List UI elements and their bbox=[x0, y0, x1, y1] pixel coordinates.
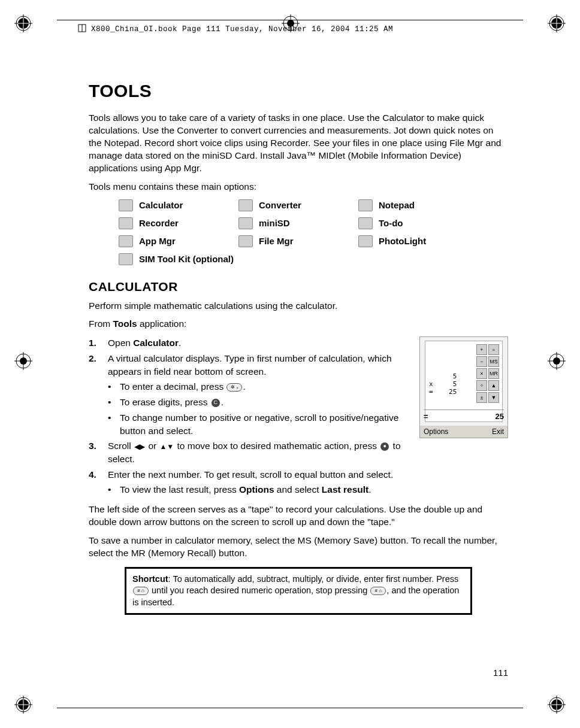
calculator-icon bbox=[119, 199, 133, 211]
from-line: From Tools application: bbox=[89, 318, 508, 330]
page-title: TOOLS bbox=[89, 81, 508, 101]
appmgr-icon bbox=[119, 235, 133, 247]
calc-intro: Perform simple mathematic calculations u… bbox=[89, 300, 508, 313]
notepad-icon bbox=[358, 199, 373, 211]
crop-mark-icon bbox=[548, 352, 566, 370]
bullet-lastresult: To view the last result, press Options a… bbox=[120, 483, 371, 496]
left-right-arrows-icon: ◀▶ bbox=[134, 442, 145, 452]
filemgr-icon bbox=[238, 235, 253, 247]
calculator-screenshot: + = − MS × MR ÷ ▲ ± ▼ 5 x 5 = 25 bbox=[419, 336, 508, 438]
todo-icon bbox=[358, 217, 373, 229]
intro-paragraph: Tools allows you to take care of a varie… bbox=[89, 112, 508, 175]
tool-label: Converter bbox=[259, 200, 301, 210]
menu-intro: Tools menu contains these main options: bbox=[89, 181, 508, 193]
tool-label: To-do bbox=[379, 218, 403, 228]
section-title: CALCULATOR bbox=[89, 280, 508, 294]
step-1: Open Calculator. bbox=[108, 336, 181, 350]
crop-mark-icon bbox=[14, 14, 32, 32]
header-filename: X800_China_OI.book Page 111 Tuesday, Nov… bbox=[78, 24, 393, 34]
calc-key: ▲ bbox=[488, 380, 499, 391]
calc-keypad: + = − MS × MR ÷ ▲ ± ▼ bbox=[476, 344, 499, 403]
step-3: Scroll ◀▶ or ▲▼ to move box to desired m… bbox=[108, 439, 412, 465]
hash-key-icon: # ⌂ bbox=[133, 587, 149, 595]
page-number: 111 bbox=[493, 668, 508, 678]
memory-paragraph: To save a number in calculator memory, s… bbox=[89, 535, 508, 560]
bullet-erase: To erase digits, press C. bbox=[120, 396, 223, 409]
svg-point-27 bbox=[20, 357, 27, 365]
hash-key-icon: # ⌂ bbox=[370, 587, 386, 595]
tool-label: Calculator bbox=[139, 200, 183, 210]
tape-paragraph: The left side of the screen serves as a … bbox=[89, 503, 508, 529]
tool-label: SIM Tool Kit (optional) bbox=[139, 254, 234, 264]
bullet-posneg: To change number to positive or negative… bbox=[120, 411, 412, 437]
tool-label: File Mgr bbox=[259, 236, 294, 246]
bullet-decimal: To enter a decimal, press ✲ ₊. bbox=[120, 380, 246, 393]
tool-label: miniSD bbox=[259, 218, 290, 228]
simtoolkit-icon bbox=[119, 253, 133, 265]
footer-rule bbox=[57, 708, 523, 708]
calc-key: = bbox=[488, 344, 499, 355]
crop-mark-icon bbox=[14, 696, 32, 714]
step-2: A virtual calculator displays. Type in f… bbox=[108, 352, 412, 378]
center-key-icon: ● bbox=[380, 442, 389, 451]
calc-key: + bbox=[476, 344, 487, 355]
calc-key: − bbox=[476, 356, 487, 367]
tools-grid: Calculator Converter Notepad Recorder mi… bbox=[119, 199, 508, 265]
photolight-icon bbox=[358, 235, 373, 247]
tool-label: PhotoLight bbox=[379, 236, 426, 246]
tool-label: Notepad bbox=[379, 200, 415, 210]
star-key-icon: ✲ ₊ bbox=[226, 383, 242, 392]
book-icon bbox=[78, 24, 86, 32]
tool-label: App Mgr bbox=[139, 236, 176, 246]
calc-key: ▼ bbox=[488, 392, 499, 403]
crop-mark-icon bbox=[14, 352, 32, 370]
minisd-icon bbox=[238, 217, 253, 229]
calc-key: ÷ bbox=[476, 380, 487, 391]
recorder-icon bbox=[119, 217, 133, 229]
shortcut-box: Shortcut: To automatically add, subtract… bbox=[125, 567, 472, 615]
calc-tape: 5 x 5 = 25 bbox=[429, 372, 457, 396]
calc-key: MR bbox=[488, 368, 499, 379]
converter-icon bbox=[238, 199, 253, 211]
header-rule bbox=[57, 20, 523, 20]
softkey-exit: Exit bbox=[492, 427, 504, 436]
c-key-icon: C bbox=[212, 399, 220, 407]
calc-key: MS bbox=[488, 356, 499, 367]
tool-label: Recorder bbox=[139, 218, 179, 228]
calc-result: = 25 bbox=[424, 410, 504, 421]
softkey-options: Options bbox=[424, 427, 448, 436]
calc-key: × bbox=[476, 368, 487, 379]
crop-mark-icon bbox=[548, 14, 566, 32]
crop-mark-icon bbox=[548, 696, 566, 714]
up-down-arrows-icon: ▲▼ bbox=[159, 442, 174, 452]
svg-point-31 bbox=[553, 357, 560, 365]
calc-key: ± bbox=[476, 392, 487, 403]
step-4: Enter the next number. To get result, sc… bbox=[108, 468, 393, 481]
